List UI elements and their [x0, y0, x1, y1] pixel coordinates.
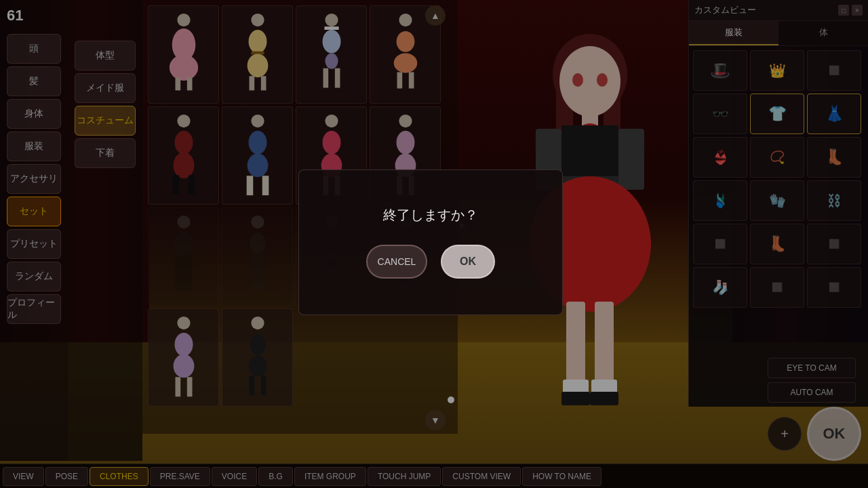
modal-message: 終了しますか？	[383, 206, 478, 224]
modal-cancel-button[interactable]: CANCEL	[366, 245, 427, 279]
modal-buttons: CANCEL OK	[366, 245, 495, 279]
exit-confirm-modal: 終了しますか？ CANCEL OK	[298, 169, 563, 315]
modal-overlay: 終了しますか？ CANCEL OK	[0, 0, 868, 488]
modal-ok-button[interactable]: OK	[441, 245, 495, 279]
